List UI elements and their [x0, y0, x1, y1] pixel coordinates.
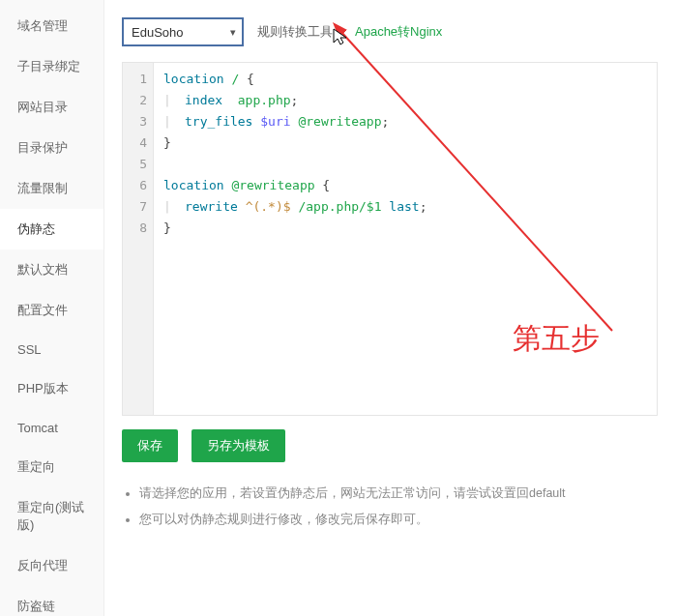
sidebar-item-config-file[interactable]: 配置文件 [0, 290, 103, 331]
line-number: 5 [123, 154, 147, 175]
template-select[interactable]: EduSoho ▾ [122, 17, 244, 46]
save-button[interactable]: 保存 [122, 429, 178, 462]
sidebar-item-trafficlimit[interactable]: 流量限制 [0, 168, 103, 209]
hint-item: 您可以对伪静态规则进行修改，修改完后保存即可。 [139, 512, 658, 528]
toolbar: EduSoho ▾ 规则转换工具： Apache转Nginx [122, 17, 658, 46]
sidebar-item-domain[interactable]: 域名管理 [0, 6, 103, 46]
sidebar-item-ssl[interactable]: SSL [0, 331, 103, 368]
sidebar-item-tomcat[interactable]: Tomcat [0, 409, 103, 447]
code-editor[interactable]: 1 2 3 4 5 6 7 8 location / {|index app.p… [122, 62, 658, 416]
button-row: 保存 另存为模板 [122, 429, 658, 462]
line-number: 1 [123, 69, 147, 90]
hints-list: 请选择您的应用，若设置伪静态后，网站无法正常访问，请尝试设置回default 您… [122, 485, 658, 528]
code-content[interactable]: location / {|index app.php;|try_files $u… [154, 63, 657, 415]
hint-item: 请选择您的应用，若设置伪静态后，网站无法正常访问，请尝试设置回default [139, 485, 658, 502]
chevron-down-icon: ▾ [230, 26, 236, 39]
sidebar-item-redirect[interactable]: 重定向 [0, 447, 103, 487]
line-number-gutter: 1 2 3 4 5 6 7 8 [123, 63, 154, 415]
sidebar-item-reverse-proxy[interactable]: 反向代理 [0, 545, 103, 586]
sidebar-item-hotlink[interactable]: 防盗链 [0, 586, 103, 616]
line-number: 2 [123, 90, 147, 111]
line-number: 6 [123, 175, 147, 196]
save-as-template-button[interactable]: 另存为模板 [191, 429, 285, 462]
sidebar-item-sitedir[interactable]: 网站目录 [0, 87, 103, 128]
main-panel: EduSoho ▾ 规则转换工具： Apache转Nginx 1 2 3 4 5… [104, 0, 677, 616]
sidebar-item-default-doc[interactable]: 默认文档 [0, 249, 103, 290]
apache-to-nginx-link[interactable]: Apache转Nginx [355, 23, 442, 41]
line-number: 4 [123, 132, 147, 154]
sidebar-item-redirect-beta[interactable]: 重定向(测试版) [0, 487, 103, 545]
template-select-value: EduSoho [132, 25, 184, 40]
sidebar: 域名管理 子目录绑定 网站目录 目录保护 流量限制 伪静态 默认文档 配置文件 … [0, 0, 104, 616]
sidebar-item-rewrite[interactable]: 伪静态 [0, 209, 103, 249]
line-number: 7 [123, 196, 147, 218]
sidebar-item-php-version[interactable]: PHP版本 [0, 368, 103, 409]
line-number: 8 [123, 218, 147, 239]
sidebar-item-dirprotect[interactable]: 目录保护 [0, 128, 103, 168]
line-number: 3 [123, 111, 147, 132]
sidebar-item-subdir[interactable]: 子目录绑定 [0, 46, 103, 87]
convert-tool-label: 规则转换工具： [257, 23, 345, 41]
